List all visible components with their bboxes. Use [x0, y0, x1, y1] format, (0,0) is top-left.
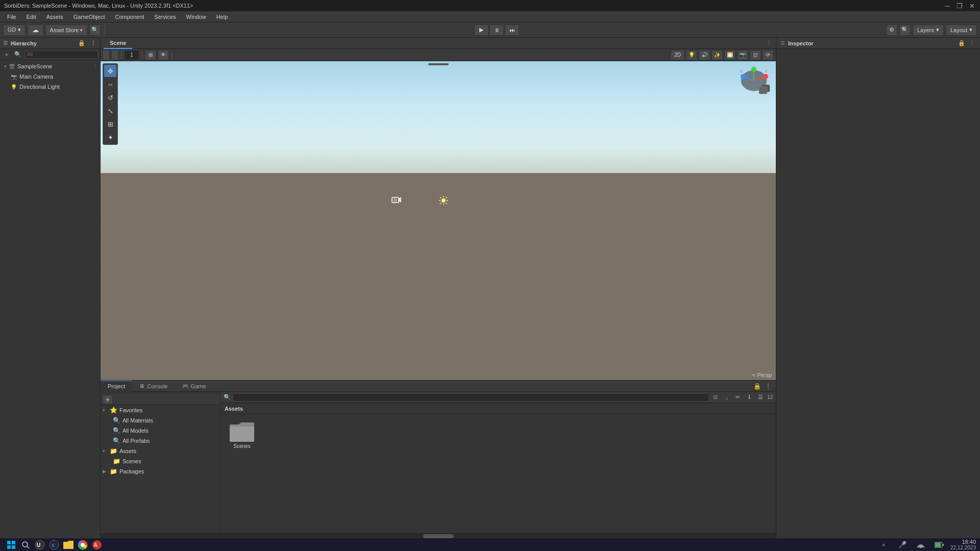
hierarchy-scene-menu[interactable]: ⋮	[93, 64, 98, 69]
scene-rotate-tool[interactable]: ↺	[104, 91, 116, 104]
project-search-options5[interactable]: ☰	[756, 393, 765, 402]
scene-audio-btn[interactable]: 🔊	[699, 50, 710, 60]
taskbar-network-icon[interactable]	[915, 539, 927, 551]
scene-move-tool[interactable]: ↔	[104, 78, 116, 90]
scene-transform-tool[interactable]: ✦	[104, 131, 116, 143]
taskbar-clock[interactable]: 18:40 22.12.2023	[950, 539, 976, 550]
light-object-icon[interactable]	[438, 195, 449, 207]
camera-object-icon[interactable]	[391, 195, 401, 206]
project-search-options4[interactable]: ℹ	[745, 393, 754, 402]
grid-toggle-btn[interactable]: ⊞	[145, 50, 156, 60]
bottom-menu-icon[interactable]: ⋮	[764, 382, 773, 391]
taskbar-chrome-icon[interactable]	[77, 539, 89, 551]
svg-point-39	[920, 546, 921, 548]
hierarchy-scene-item[interactable]: ▾ 🎬 SampleScene ⋮	[0, 61, 100, 71]
taskbar-search-icon[interactable]	[19, 539, 32, 551]
project-scrollbar[interactable]	[101, 533, 776, 538]
hierarchy-light-item[interactable]: 💡 Directional Light	[0, 82, 100, 92]
minimize-button[interactable]: ─	[943, 2, 951, 10]
layers-button[interactable]: Layers ▾	[913, 24, 944, 36]
scene-gizmo-extra-btn[interactable]: ⟳	[763, 50, 774, 60]
taskbar-app-icon[interactable]: A	[91, 539, 103, 551]
taskbar-battery-icon[interactable]	[933, 539, 945, 551]
taskbar-steam-icon[interactable]: S	[48, 539, 60, 551]
menu-help[interactable]: Help	[212, 13, 232, 21]
project-add-button[interactable]: +	[103, 395, 113, 404]
scene-grid-overlay-btn[interactable]: ⊡	[750, 50, 761, 60]
taskbar-folder-icon[interactable]	[62, 539, 75, 551]
project-search-options3[interactable]: ✏	[733, 393, 743, 402]
scenes-asset-item[interactable]: Scenes	[226, 419, 258, 451]
project-search-options2[interactable]: ↓	[722, 393, 731, 402]
scene-camera-btn[interactable]: 📷	[737, 50, 748, 60]
layout-button[interactable]: Layout ▾	[946, 24, 977, 36]
hierarchy-camera-item[interactable]: 📷 Main Camera	[0, 71, 100, 82]
tab-game[interactable]: 🎮 Game	[175, 381, 213, 392]
project-search-options1[interactable]: ⊙	[711, 393, 720, 402]
all-prefabs-item[interactable]: 🔍 All Prefabs	[101, 436, 220, 446]
taskbar-unity-icon[interactable]: U	[34, 539, 46, 551]
scene-2d-btn[interactable]: 2D	[671, 50, 684, 60]
gd-dropdown[interactable]: GD ▾	[3, 24, 26, 36]
scene-fx-btn[interactable]: ✨	[712, 50, 723, 60]
svg-point-36	[81, 543, 85, 547]
search-scene-btn[interactable]: 🔍	[899, 24, 911, 36]
search-button-toolbar[interactable]: 🔍	[89, 24, 101, 36]
menu-services[interactable]: Services	[150, 13, 180, 21]
taskbar-windows-icon[interactable]	[5, 539, 17, 551]
pivot-button[interactable]	[103, 50, 110, 60]
scene-light-btn[interactable]: 💡	[686, 50, 697, 60]
scene-hand-tool[interactable]: ✥	[104, 65, 116, 77]
scene-viewport[interactable]: ✥ ↔ ↺ ⤡ ⊞ ✦ X	[101, 61, 776, 380]
menu-file[interactable]: File	[3, 13, 20, 21]
hierarchy-menu-icon[interactable]: ⋮	[89, 39, 97, 47]
all-models-item[interactable]: 🔍 All Models	[101, 425, 220, 436]
inspector-menu-icon[interactable]: ⋮	[968, 39, 976, 47]
tab-console[interactable]: 🖥 Console	[132, 381, 175, 392]
assets-header[interactable]: ▾ 📁 Assets	[101, 446, 220, 456]
scene-num-field[interactable]: 1	[124, 50, 139, 60]
project-scrollbar-thumb[interactable]	[423, 534, 454, 538]
gizmos-btn[interactable]: 👁	[158, 50, 169, 60]
play-button[interactable]: ▶	[474, 24, 488, 36]
svg-line-21	[440, 197, 442, 198]
scene-header-menu[interactable]: ⋮	[765, 39, 773, 47]
menu-assets[interactable]: Assets	[42, 13, 67, 21]
scene-tab-scene[interactable]: Scene	[104, 38, 132, 49]
scene-sky-btn[interactable]: 🌅	[724, 50, 736, 60]
title-bar-controls[interactable]: ─ ❐ ✕	[943, 2, 976, 10]
svg-rect-41	[935, 543, 941, 547]
svg-line-24	[440, 203, 442, 204]
scene-panel: Scene ⋮ 1 ⊞ 👁	[101, 38, 776, 380]
asset-store-button[interactable]: Asset Store ▾	[45, 24, 88, 36]
scene-scale-tool[interactable]: ⤡	[104, 105, 116, 117]
menu-edit[interactable]: Edit	[22, 13, 40, 21]
packages-header[interactable]: ▶ 📁 Packages	[101, 466, 220, 477]
hierarchy-add-button[interactable]: +	[2, 50, 11, 59]
pause-button[interactable]: ⏸	[489, 24, 504, 36]
hierarchy-lock-icon[interactable]: 🔒	[78, 39, 86, 47]
scene-toolbar-sep2	[142, 51, 142, 59]
tab-project[interactable]: Project	[101, 381, 132, 392]
menu-window[interactable]: Window	[182, 13, 210, 21]
scene-gizmo[interactable]: X Y Z	[736, 65, 772, 96]
all-materials-item[interactable]: 🔍 All Materials	[101, 415, 220, 425]
inspector-lock-icon[interactable]: 🔒	[958, 39, 966, 47]
restore-button[interactable]: ❐	[955, 2, 964, 10]
taskbar-chevron-icon[interactable]: ∧	[878, 539, 890, 551]
cloud-icon-btn[interactable]: ⚙	[886, 24, 897, 36]
hierarchy-search-input[interactable]	[24, 51, 98, 59]
menu-component[interactable]: Component	[111, 13, 148, 21]
local-button[interactable]	[111, 50, 118, 60]
taskbar-mic-icon[interactable]: 🎤	[896, 539, 909, 551]
step-button[interactable]: ⏭	[505, 24, 519, 36]
favorites-header[interactable]: ▾ ⭐ Favorites	[101, 405, 220, 415]
menu-gameobject[interactable]: GameObject	[69, 13, 109, 21]
bottom-lock-icon[interactable]: 🔒	[752, 382, 762, 391]
scene-rect-tool[interactable]: ⊞	[104, 118, 116, 130]
project-search-input[interactable]	[233, 393, 709, 402]
close-button[interactable]: ✕	[968, 2, 976, 10]
scenes-folder-item[interactable]: 📁 Scenes	[101, 456, 220, 466]
assets-section: ▾ 📁 Assets 📁 Scenes	[101, 446, 220, 466]
collab-button[interactable]: ☁	[28, 24, 43, 36]
